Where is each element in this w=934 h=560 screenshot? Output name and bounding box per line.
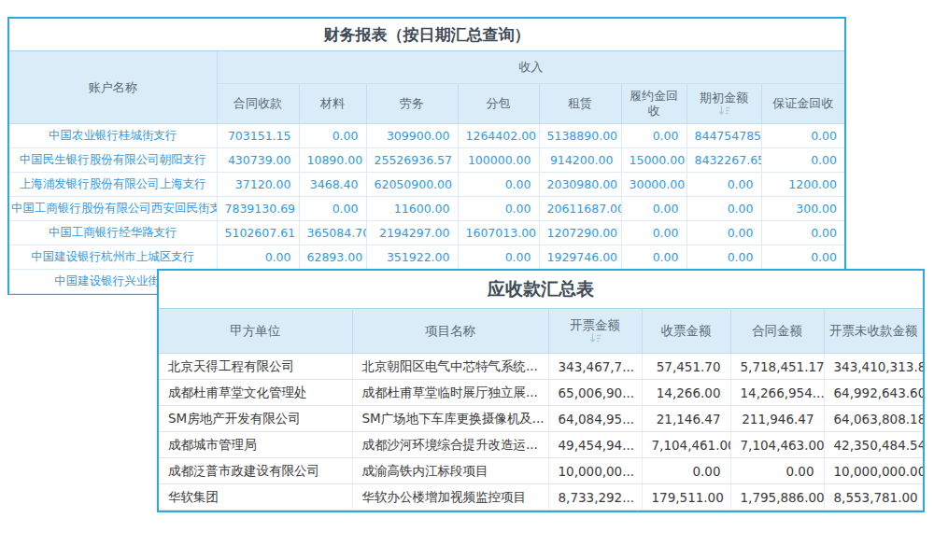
- value-cell: 351922.00: [366, 245, 458, 270]
- table-row[interactable]: 中国工商银行股份有限公司西安回民街支7839130.690.0011600.00…: [9, 197, 844, 221]
- account-name-cell: 上海浦发银行股份有限公司上海支行: [9, 173, 217, 197]
- value-cell: 1929746.00: [539, 245, 621, 270]
- project-cell: 北京朝阳区电气中芯特气系统...: [352, 354, 548, 380]
- project-cell: 成渝高铁内江标段项目: [352, 458, 548, 484]
- value-cell: 0.00: [761, 124, 844, 148]
- amount-cell: 8,733,292...: [548, 484, 642, 511]
- sort-descending-icon[interactable]: [553, 333, 638, 344]
- account-name-cell: 中国民生银行股份有限公司朝阳支行: [9, 148, 217, 173]
- income-group-header: 收入: [217, 51, 844, 84]
- column-header-1[interactable]: 材料: [299, 84, 366, 124]
- amount-cell: 64,084,95...: [548, 406, 642, 432]
- value-cell: 1200.00: [761, 173, 844, 197]
- table-row[interactable]: 北京天得工程有限公司北京朝阳区电气中芯特气系统...343,467,7...57…: [159, 354, 923, 380]
- column-header-label: 开票未收款金额: [828, 323, 920, 339]
- column-header-0[interactable]: 合同收款: [217, 84, 299, 124]
- value-cell: 0.00: [621, 245, 686, 270]
- client-cell: 成都城市管理局: [159, 432, 352, 458]
- rc-table-body: 北京天得工程有限公司北京朝阳区电气中芯特气系统...343,467,7...57…: [159, 354, 923, 511]
- column-header-6[interactable]: 期初金额: [686, 84, 761, 124]
- client-cell: 北京天得工程有限公司: [159, 354, 352, 380]
- value-cell: 5138890.00: [539, 124, 621, 148]
- value-cell: 0.00: [458, 245, 539, 270]
- amount-cell: 0.00: [730, 458, 824, 484]
- value-cell: 62893.00: [299, 245, 366, 270]
- table-row[interactable]: 华软集团华软办公楼增加视频监控项目8,733,292...179,511.001…: [159, 484, 923, 511]
- column-header-4[interactable]: 合同金额: [730, 309, 824, 354]
- receivables-summary-title: 应收款汇总表: [159, 271, 923, 308]
- table-row[interactable]: 中国农业银行桂城街支行703151.150.00309900.001264402…: [9, 124, 844, 148]
- column-header-label: 开票金额: [553, 317, 638, 333]
- column-header-2[interactable]: 开票金额: [548, 309, 642, 354]
- value-cell: 15000.00: [621, 148, 686, 173]
- value-cell: 0.00: [621, 221, 686, 245]
- column-header-label: 合同金额: [735, 323, 820, 339]
- column-header-4[interactable]: 租赁: [539, 84, 621, 124]
- amount-cell: 57,451.70: [642, 354, 730, 380]
- amount-cell: 14,266,954....: [730, 380, 824, 406]
- column-header-label: 租赁: [544, 96, 617, 111]
- amount-cell: 42,350,484.54: [824, 432, 923, 458]
- sort-descending-icon[interactable]: [691, 105, 757, 117]
- column-header-2[interactable]: 劳务: [366, 84, 458, 124]
- column-header-0[interactable]: 甲方单位: [159, 309, 352, 354]
- column-header-label: 履约金回收: [626, 89, 683, 119]
- column-header-label: 收票金额: [646, 323, 727, 339]
- table-row[interactable]: 成都泛普市政建设有限公司成渝高铁内江标段项目10,000,00...0.000.…: [159, 458, 923, 484]
- column-header-5[interactable]: 开票未收款金额: [824, 309, 923, 354]
- value-cell: 0.00: [299, 124, 366, 148]
- value-cell: 0.00: [686, 173, 761, 197]
- value-cell: 0.00: [458, 173, 539, 197]
- amount-cell: 343,467,7...: [548, 354, 642, 380]
- amount-cell: 211,946.47: [730, 406, 824, 432]
- value-cell: 0.00: [761, 221, 844, 245]
- client-cell: SM房地产开发有限公司: [159, 406, 352, 432]
- value-cell: 300.00: [761, 197, 844, 221]
- amount-cell: 14,266.00: [642, 380, 730, 406]
- amount-cell: 343,410,313.87: [824, 354, 923, 380]
- value-cell: 0.00: [761, 148, 844, 173]
- value-cell: 20611687.00: [539, 197, 621, 221]
- column-header-7[interactable]: 保证金回收: [761, 84, 844, 124]
- account-name-cell: 中国农业银行桂城街支行: [9, 124, 217, 148]
- value-cell: 0.00: [686, 197, 761, 221]
- project-cell: 华软办公楼增加视频监控项目: [352, 484, 548, 511]
- value-cell: 7839130.69: [217, 197, 299, 221]
- value-cell: 8432267.65: [686, 148, 761, 173]
- table-row[interactable]: 成都城市管理局成都沙河环境综合提升改造运...49,454,94...7,104…: [159, 432, 923, 458]
- client-cell: 成都泛普市政建设有限公司: [159, 458, 352, 484]
- table-row[interactable]: 上海浦发银行股份有限公司上海支行37120.003468.4062050900.…: [9, 173, 844, 197]
- value-cell: 5102607.61: [217, 221, 299, 245]
- value-cell: 11600.00: [366, 197, 458, 221]
- amount-cell: 0.00: [642, 458, 730, 484]
- table-row[interactable]: SM房地产开发有限公司SM广场地下车库更换摄像机及...64,084,95...…: [159, 406, 923, 432]
- value-cell: 0.00: [299, 197, 366, 221]
- value-cell: 62050900.00: [366, 173, 458, 197]
- table-row[interactable]: 中国民生银行股份有限公司朝阳支行430739.0010890.002552693…: [9, 148, 844, 173]
- amount-cell: 10,000,00...: [548, 458, 642, 484]
- account-name-column-header[interactable]: 账户名称: [9, 51, 217, 124]
- financial-report-panel: 财务报表（按日期汇总查询） 账户名称 收入 合同收款材料劳务分包租赁履约金回收期…: [7, 17, 846, 295]
- table-row[interactable]: 中国建设银行杭州市上城区支行0.0062893.00351922.000.001…: [9, 245, 844, 270]
- value-cell: 0.00: [761, 245, 844, 270]
- account-name-cell: 中国工商银行经华路支行: [9, 221, 217, 245]
- project-cell: SM广场地下车库更换摄像机及...: [352, 406, 548, 432]
- financial-report-table: 账户名称 收入 合同收款材料劳务分包租赁履约金回收期初金额保证金回收 中国农业银…: [9, 51, 844, 294]
- table-row[interactable]: 中国工商银行经华路支行5102607.61365084.702194297.00…: [9, 221, 844, 245]
- client-cell: 华软集团: [159, 484, 352, 511]
- column-header-label: 甲方单位: [163, 323, 348, 339]
- table-row[interactable]: 成都杜甫草堂文化管理处成都杜甫草堂临时展厅独立展...65,006,90...1…: [159, 380, 923, 406]
- value-cell: 703151.15: [217, 124, 299, 148]
- amount-cell: 64,063,808.18: [824, 406, 923, 432]
- column-header-1[interactable]: 项目名称: [352, 309, 548, 354]
- value-cell: 0.00: [621, 124, 686, 148]
- column-header-3[interactable]: 收票金额: [642, 309, 730, 354]
- column-header-label: 项目名称: [357, 323, 545, 339]
- value-cell: 430739.00: [217, 148, 299, 173]
- account-name-cell: 中国工商银行股份有限公司西安回民街支: [9, 197, 217, 221]
- column-header-5[interactable]: 履约金回收: [621, 84, 686, 124]
- amount-cell: 5,718,451.17: [730, 354, 824, 380]
- value-cell: 30000.00: [621, 173, 686, 197]
- value-cell: 10890.00: [299, 148, 366, 173]
- column-header-3[interactable]: 分包: [458, 84, 539, 124]
